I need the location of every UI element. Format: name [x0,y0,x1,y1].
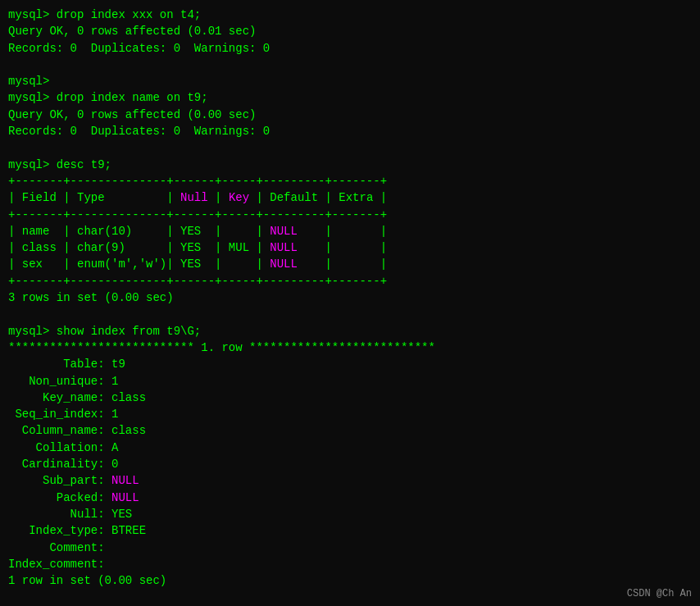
info-nonunique: Non_unique: 1 [8,373,692,390]
info-columnname: Column_name: class [8,422,692,439]
table-row-sex: | sex | enum('m','w')| YES | | NULL | | [8,256,692,272]
info-indexcomment: Index_comment: [8,556,692,572]
line-9-blank [8,139,692,156]
line-10: mysql> desc t9; [8,157,692,173]
table-border-bottom: +-------+--------------+------+-----+---… [8,273,692,289]
line-8: Records: 0 Duplicates: 0 Warnings: 0 [8,123,692,139]
line-1: mysql> drop index xxx on t4; [8,7,692,23]
info-seqinindex: Seq_in_index: 1 [8,406,692,422]
show-index-cmd: mysql> show index from t9\G; [8,323,692,339]
rows-count: 3 rows in set (0.00 sec) [8,289,692,306]
table-row-class: | class | char(9) | YES | MUL | NULL | | [8,239,692,256]
info-comment: Comment: [8,540,692,556]
info-keyname: Key_name: class [8,390,692,406]
info-table: Table: t9 [8,356,692,372]
table-border-mid: +-------+--------------+------+-----+---… [8,207,692,223]
one-row-count: 1 row in set (0.00 sec) [8,572,692,589]
info-indextype: Index_type: BTREE [8,522,692,539]
row-separator: *************************** 1. row *****… [8,339,692,356]
line-2: Query OK, 0 rows affected (0.01 sec) [8,23,692,39]
watermark: CSDN @Ch An [627,588,692,599]
table-border-top: +-------+--------------+------+-----+---… [8,173,692,189]
table-row-name: | name | char(10) | YES | | NULL | | [8,223,692,239]
line-7: Query OK, 0 rows affected (0.00 sec) [8,107,692,123]
info-subpart: Sub_part: NULL [8,472,692,489]
terminal: mysql> drop index xxx on t4; Query OK, 0… [0,0,700,606]
info-null: Null: YES [8,506,692,522]
line-5: mysql> [8,73,692,89]
line-blank-2 [8,306,692,322]
line-4-blank [8,57,692,73]
line-blank-3 [8,589,692,605]
info-collation: Collation: A [8,440,692,456]
info-cardinality: Cardinality: 0 [8,456,692,472]
line-3: Records: 0 Duplicates: 0 Warnings: 0 [8,40,692,57]
table-header: | Field | Type | Null | Key | Default | … [8,189,692,206]
line-6: mysql> drop index name on t9; [8,89,692,106]
info-packed: Packed: NULL [8,490,692,506]
